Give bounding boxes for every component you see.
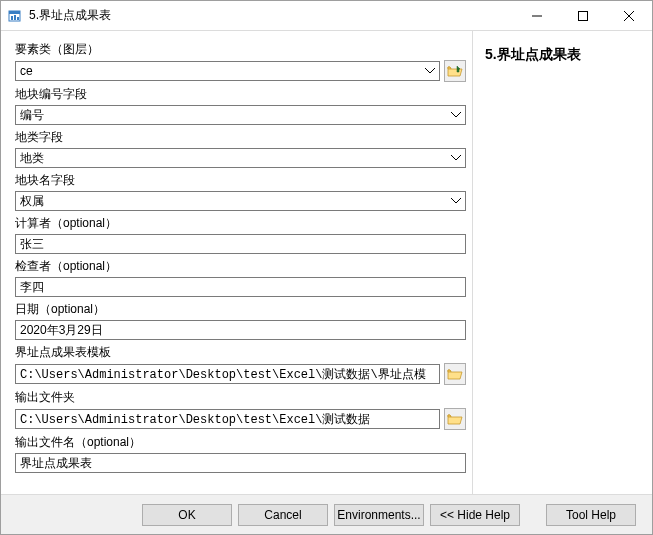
- feature-class-select[interactable]: ce: [15, 61, 440, 81]
- template-field: 界址点成果表模板: [15, 344, 466, 385]
- maximize-button[interactable]: [560, 1, 606, 31]
- close-button[interactable]: [606, 1, 652, 31]
- cancel-button[interactable]: Cancel: [238, 504, 328, 526]
- minimize-button[interactable]: [514, 1, 560, 31]
- output-filename-label: 输出文件名（optional）: [15, 434, 466, 451]
- calculator-label: 计算者（optional）: [15, 215, 466, 232]
- svg-rect-1: [9, 11, 20, 14]
- window-controls: [514, 1, 652, 30]
- parcel-number-label: 地块编号字段: [15, 86, 466, 103]
- checker-label: 检查者（optional）: [15, 258, 466, 275]
- parcel-number-select[interactable]: 编号: [15, 105, 466, 125]
- folder-open-icon: [447, 64, 463, 78]
- parcel-name-select[interactable]: 权属: [15, 191, 466, 211]
- ok-button[interactable]: OK: [142, 504, 232, 526]
- output-filename-input[interactable]: [15, 453, 466, 473]
- dialog-window: 5.界址点成果表 要素类（图层） ce: [0, 0, 653, 535]
- calculator-input[interactable]: [15, 234, 466, 254]
- output-filename-field: 输出文件名（optional）: [15, 434, 466, 473]
- land-type-select[interactable]: 地类: [15, 148, 466, 168]
- date-input[interactable]: [15, 320, 466, 340]
- feature-class-label: 要素类（图层）: [15, 41, 466, 58]
- tool-help-button[interactable]: Tool Help: [546, 504, 636, 526]
- calculator-field: 计算者（optional）: [15, 215, 466, 254]
- hide-help-button[interactable]: << Hide Help: [430, 504, 520, 526]
- app-icon: [7, 8, 23, 24]
- feature-class-field: 要素类（图层） ce: [15, 41, 466, 82]
- window-title: 5.界址点成果表: [29, 7, 514, 24]
- svg-rect-2: [11, 16, 13, 20]
- folder-open-icon: [447, 412, 463, 426]
- svg-rect-6: [579, 12, 588, 21]
- output-folder-label: 输出文件夹: [15, 389, 466, 406]
- form-panel: 要素类（图层） ce 地块编号字段: [1, 31, 472, 494]
- land-type-field: 地类字段 地类: [15, 129, 466, 168]
- titlebar: 5.界址点成果表: [1, 1, 652, 31]
- environments-button[interactable]: Environments...: [334, 504, 424, 526]
- date-field: 日期（optional）: [15, 301, 466, 340]
- checker-input[interactable]: [15, 277, 466, 297]
- content-area: 要素类（图层） ce 地块编号字段: [1, 31, 652, 494]
- date-label: 日期（optional）: [15, 301, 466, 318]
- help-panel: 5.界址点成果表: [472, 31, 652, 494]
- feature-class-browse-button[interactable]: [444, 60, 466, 82]
- output-folder-browse-button[interactable]: [444, 408, 466, 430]
- checker-field: 检查者（optional）: [15, 258, 466, 297]
- folder-open-icon: [447, 367, 463, 381]
- output-folder-field: 输出文件夹: [15, 389, 466, 430]
- button-bar: OK Cancel Environments... << Hide Help T…: [1, 494, 652, 534]
- svg-rect-4: [17, 17, 19, 20]
- output-folder-input[interactable]: [15, 409, 440, 429]
- svg-rect-3: [14, 15, 16, 20]
- template-label: 界址点成果表模板: [15, 344, 466, 361]
- template-browse-button[interactable]: [444, 363, 466, 385]
- parcel-number-field: 地块编号字段 编号: [15, 86, 466, 125]
- help-title: 5.界址点成果表: [485, 46, 640, 64]
- parcel-name-label: 地块名字段: [15, 172, 466, 189]
- land-type-label: 地类字段: [15, 129, 466, 146]
- template-input[interactable]: [15, 364, 440, 384]
- parcel-name-field: 地块名字段 权属: [15, 172, 466, 211]
